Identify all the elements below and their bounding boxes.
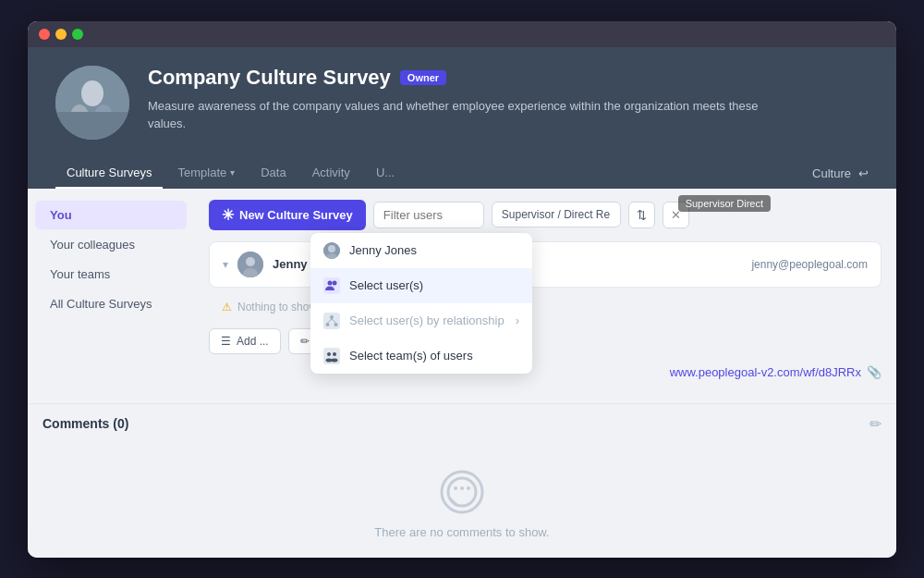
new-culture-survey-button[interactable]: ✳ New Culture Survey bbox=[209, 200, 366, 230]
svg-rect-4 bbox=[55, 112, 129, 140]
supervisor-filter-select[interactable]: Supervisor / Direct Re bbox=[492, 202, 621, 228]
maximize-button[interactable] bbox=[72, 29, 83, 40]
filter-users-input[interactable] bbox=[373, 202, 484, 228]
sidebar-item-all-culture-surveys[interactable]: All Culture Surveys bbox=[35, 289, 187, 318]
add-button[interactable]: ☰ Add ... bbox=[209, 328, 281, 354]
owner-badge: Owner bbox=[400, 70, 446, 85]
header-section: Company Culture Survey Owner Measure awa… bbox=[28, 47, 896, 189]
select-users-icon bbox=[323, 277, 340, 294]
asterisk-icon: ✳ bbox=[222, 206, 234, 224]
survey-description: Measure awareness of the company values … bbox=[148, 97, 795, 133]
dropdown-select-users[interactable]: Select user(s) bbox=[310, 268, 532, 303]
svg-point-20 bbox=[246, 257, 255, 266]
comments-section: Comments (0) ✏ There are no comments to … bbox=[28, 403, 896, 558]
filter-area: Supervisor / Direct Re ⇅ ✕ bbox=[373, 202, 881, 228]
minimize-button[interactable] bbox=[55, 29, 67, 40]
sidebar-item-your-colleagues[interactable]: Your colleagues bbox=[35, 230, 187, 259]
svg-line-24 bbox=[451, 499, 456, 505]
user-email: jenny@peoplegoal.com bbox=[751, 258, 868, 271]
title-bar bbox=[28, 21, 896, 47]
svg-point-16 bbox=[333, 352, 336, 356]
sort-button[interactable]: ⇅ bbox=[628, 202, 655, 228]
supervisor-direct-label: Supervisor Direct bbox=[678, 195, 771, 212]
toolbar: ✳ New Culture Survey Jenny Jones bbox=[209, 200, 881, 230]
svg-point-15 bbox=[327, 352, 331, 356]
paperclip-icon: 📎 bbox=[867, 365, 881, 379]
survey-title: Company Culture Survey bbox=[148, 66, 391, 90]
sidebar-item-you[interactable]: You bbox=[35, 201, 187, 229]
no-comments-area: There are no comments to show. bbox=[43, 451, 881, 558]
main-content: You Your colleagues Your teams All Cultu… bbox=[28, 189, 896, 403]
no-comments-icon bbox=[440, 470, 484, 514]
svg-point-25 bbox=[454, 486, 457, 490]
nav-right-icon: ↩ bbox=[858, 166, 869, 180]
chevron-down-icon: ▾ bbox=[230, 167, 235, 178]
svg-line-14 bbox=[332, 319, 336, 323]
svg-point-8 bbox=[328, 280, 333, 285]
nav-right: Culture ↩ bbox=[812, 166, 869, 180]
svg-point-11 bbox=[326, 323, 330, 326]
comments-edit-icon[interactable]: ✏ bbox=[869, 415, 881, 433]
warning-icon: ⚠ bbox=[222, 301, 232, 314]
teams-icon bbox=[323, 348, 340, 364]
relationship-icon bbox=[323, 313, 340, 329]
comments-header: Comments (0) ✏ bbox=[43, 415, 881, 433]
close-button[interactable] bbox=[39, 29, 50, 40]
svg-line-13 bbox=[328, 319, 333, 323]
svg-point-18 bbox=[332, 358, 338, 362]
dropdown-jenny-jones[interactable]: Jenny Jones bbox=[310, 233, 532, 268]
content-area: ✳ New Culture Survey Jenny Jones bbox=[194, 189, 896, 403]
svg-point-10 bbox=[330, 315, 334, 319]
sidebar-item-your-teams[interactable]: Your teams bbox=[35, 260, 187, 289]
arrow-icon: › bbox=[516, 314, 519, 327]
pencil-icon: ✏ bbox=[300, 335, 310, 348]
svg-point-1 bbox=[81, 80, 103, 106]
no-comments-text: There are no comments to show. bbox=[374, 525, 549, 539]
dropdown-select-by-relationship[interactable]: Select user(s) by relationship › bbox=[310, 303, 532, 338]
survey-link[interactable]: www.peoplegoal-v2.com/wf/d8JRRx bbox=[670, 365, 861, 379]
svg-point-26 bbox=[460, 486, 464, 490]
svg-point-27 bbox=[467, 486, 470, 490]
user-filter-dropdown[interactable]: Jenny Jones Select user(s) bbox=[310, 233, 532, 374]
jenny-jones-avatar bbox=[323, 242, 340, 259]
svg-point-12 bbox=[334, 323, 338, 326]
svg-point-17 bbox=[326, 358, 333, 362]
comments-title: Comments (0) bbox=[43, 416, 128, 431]
svg-point-6 bbox=[328, 245, 335, 252]
svg-point-9 bbox=[333, 280, 337, 285]
collapse-icon[interactable]: ▾ bbox=[223, 258, 228, 271]
tab-more[interactable]: U... bbox=[365, 158, 406, 189]
tab-data[interactable]: Data bbox=[249, 158, 297, 189]
tab-template[interactable]: Template ▾ bbox=[166, 158, 246, 189]
nav-tabs: Culture Surveys Template ▾ Data Activity… bbox=[55, 158, 869, 189]
tab-culture-surveys[interactable]: Culture Surveys bbox=[55, 158, 163, 189]
user-avatar bbox=[237, 252, 263, 277]
tab-activity[interactable]: Activity bbox=[301, 158, 361, 189]
dropdown-select-teams[interactable]: Select team(s) of users bbox=[310, 338, 532, 374]
survey-avatar bbox=[55, 66, 129, 140]
add-icon: ☰ bbox=[221, 335, 231, 348]
sidebar: You Your colleagues Your teams All Cultu… bbox=[28, 189, 194, 403]
header-info: Company Culture Survey Owner Measure awa… bbox=[148, 66, 869, 133]
